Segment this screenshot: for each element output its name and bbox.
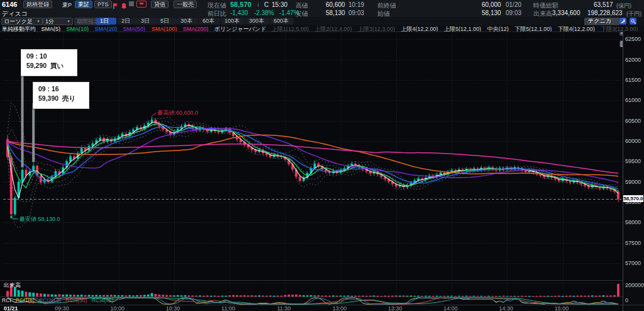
rci2-legend[interactable]: RCI2(13) (39, 297, 60, 303)
open-value: 58,130 (482, 9, 501, 16)
price-tick: 61000 (625, 97, 641, 103)
down-arrow-icon: ↓ (257, 1, 260, 8)
bb-upper3-legend[interactable]: 上限3(12,3.00) (358, 26, 395, 31)
bb-upper4-legend[interactable]: 上限4(12,2.00) (401, 26, 438, 31)
change-value: -1,430 (230, 9, 248, 16)
price-tick: 61500 (625, 77, 641, 83)
price-tick: 60500 (625, 118, 641, 124)
magnifier-icon[interactable] (630, 18, 636, 25)
buy-marker-box[interactable]: 09 : 10 59,290 買い (21, 49, 77, 76)
volume-axis-zero: 0 (625, 297, 628, 303)
time-tick: 11:30 (277, 305, 291, 311)
buy-marker-time: 09 : 10 (26, 52, 72, 61)
time-tick: 15:00 (555, 305, 569, 311)
time-tick: 11:00 (221, 305, 235, 311)
stock-code: 6146 (2, 1, 17, 8)
chart-type-value: ローソク足 (4, 18, 33, 25)
sma100-legend[interactable]: SMA(100) (152, 26, 177, 31)
high-value: 60,600 (326, 1, 345, 8)
header-row-1: 6146 銘柄登録 東P 東証 PTS 貸借 一般売 現在値 58,570 ↓ … (0, 0, 644, 9)
sell-marker-time: 09 : 16 (38, 84, 84, 94)
lend-button[interactable]: 貸借 (151, 1, 169, 8)
time-tick: 09:30 (55, 305, 69, 311)
draw-icon[interactable] (619, 18, 626, 25)
time-tick-date: 01/21 (4, 305, 18, 311)
period-button-600[interactable]: 600本 (270, 18, 294, 25)
sma5-legend[interactable]: SMA(5) (42, 26, 61, 31)
sell-marker-box[interactable]: 09 : 16 59,390 売り (33, 82, 89, 109)
bb-center-legend[interactable]: 中央(12) (487, 26, 509, 31)
time-tick: 10:30 (166, 305, 180, 311)
rci4-legend[interactable]: RCI4(45) (92, 297, 113, 303)
low-time: 09:03 (348, 9, 364, 16)
chart-top-separator (0, 31, 623, 32)
bb-upper2-legend[interactable]: 上限2(12,4.00) (314, 26, 352, 31)
register-symbol-button[interactable]: 銘柄登録 (23, 1, 52, 8)
alert-badge-icon[interactable] (136, 1, 147, 8)
chart-type-select[interactable]: ローソク足▼ (1, 18, 43, 25)
period-button-5d[interactable]: 5日 (157, 18, 177, 25)
chevron-down-icon: ▼ (67, 18, 70, 25)
low-value: 58,130 (326, 9, 345, 16)
rci1-legend[interactable]: RCI1(9) (16, 297, 35, 303)
time-tick: 13:30 (388, 305, 402, 311)
market-cap-value: 63,517 (594, 1, 613, 8)
change-pct: -2.38% (254, 9, 274, 16)
sma10-legend[interactable]: SMA(10) (67, 26, 89, 31)
buy-marker-price: 59,290 (26, 62, 47, 69)
period-button-300[interactable]: 300本 (245, 18, 269, 25)
current-time: 15:30 (272, 1, 287, 8)
current-price-badge: 58,570.0 (623, 195, 643, 202)
bb-lower3-legend[interactable]: 下限3(12,3.00) (601, 26, 638, 31)
period-button-100[interactable]: 100本 (221, 18, 245, 25)
price-tick: 57500 (625, 240, 641, 246)
header-row-2: ディスコ 前日比 -1,430 -2.38% -1.47% 安値 58,130 … (0, 9, 644, 18)
price-chart-canvas[interactable] (0, 31, 644, 311)
price-tick: 57000 (625, 260, 641, 266)
rci3-legend[interactable]: RCI3(30) (65, 297, 87, 303)
period-button-60[interactable]: 60本 (199, 18, 220, 25)
tose-button[interactable]: 東証 (75, 1, 92, 8)
time-tick: 10:00 (111, 305, 125, 311)
price-tick: 62500 (625, 36, 641, 42)
session-flag: C (264, 1, 269, 8)
volume-pane-label: 出来高 (4, 281, 21, 290)
buy-marker-side: 買い (50, 62, 64, 69)
bb-upper1-legend[interactable]: 上限1(12,5.00) (272, 26, 309, 31)
price-tick: 62000 (625, 57, 641, 63)
interval-value: 1分 (45, 18, 54, 25)
current-price-value: 58,570 (230, 1, 252, 8)
interval-select[interactable]: 1分▼ (43, 18, 73, 25)
price-tick: 59000 (625, 179, 641, 185)
chevron-down-icon: ▼ (36, 18, 40, 25)
bb-lower5-legend[interactable]: 下限5(12,1.00) (514, 26, 552, 31)
time-tick: 13:00 (333, 305, 347, 311)
rci-title: RCI (2, 297, 11, 303)
general-sell-button[interactable]: 一般売 (174, 1, 197, 8)
price-tick: 59500 (625, 158, 641, 164)
time-tick: 14:00 (443, 305, 458, 311)
memo-icon[interactable] (129, 1, 134, 6)
bollinger-section-label: ボリンジャーバンド (214, 26, 267, 31)
volume-value: 3,334,600 (552, 9, 580, 16)
sma50-legend[interactable]: SMA(50) (123, 26, 146, 31)
price-axis-panel (623, 31, 644, 311)
sma20-legend[interactable]: SMA(20) (95, 26, 118, 31)
bb-lower4-legend[interactable]: 下限4(12,2.00) (558, 26, 595, 31)
bb-upper5-legend[interactable]: 上限5(12,1.00) (444, 26, 481, 31)
time-axis-separator (0, 305, 644, 305)
period-button-3d[interactable]: 3日 (137, 18, 157, 25)
volume-pane-separator (0, 280, 623, 281)
prev-close-value: 60,000 (482, 1, 501, 8)
high-time: 10:19 (348, 1, 364, 8)
sell-marker-price: 59,390 (38, 94, 58, 102)
price-tick: 60000 (625, 138, 641, 144)
sma200-legend[interactable]: SMA(200) (183, 26, 209, 31)
period-button-1d[interactable]: 1日 (96, 18, 116, 25)
stock-chart-app: 6146 銘柄登録 東P 東証 PTS 貸借 一般売 現在値 58,570 ↓ … (0, 0, 644, 311)
period-button-30[interactable]: 30本 (177, 18, 198, 25)
sma-section-label: 単純移動平均 (2, 26, 36, 31)
pts-button[interactable]: PTS (94, 1, 112, 8)
chart-toolbar: ローソク足▼ 1分▼ 期間指定▼ 1日 2日 3日 5日 30本 60本 100… (0, 17, 644, 25)
period-button-2d[interactable]: 2日 (118, 18, 138, 25)
